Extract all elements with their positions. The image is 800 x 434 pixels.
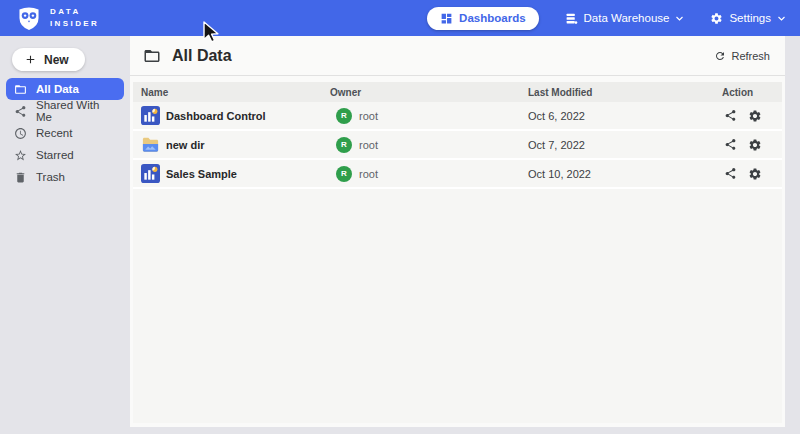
column-header-name: Name — [141, 87, 330, 98]
file-name: new dir — [166, 139, 205, 151]
file-name: Sales Sample — [166, 168, 237, 180]
mouse-cursor — [201, 21, 220, 45]
page-title: All Data — [172, 47, 714, 65]
brand-line1: DATA — [50, 6, 99, 18]
share-icon[interactable] — [724, 167, 737, 180]
brand: DATA INSIDER — [16, 5, 99, 31]
nav-settings-button[interactable]: Settings — [710, 12, 786, 25]
sidebar-item-shared-with-me[interactable]: Shared With Me — [6, 100, 124, 122]
gear-icon[interactable] — [748, 167, 762, 181]
chevron-down-icon — [675, 14, 684, 23]
new-button[interactable]: New — [12, 48, 85, 71]
share-icon[interactable] — [724, 138, 737, 151]
chevron-down-icon — [777, 14, 786, 23]
clock-icon — [14, 127, 27, 140]
sidebar-item-label: All Data — [36, 83, 79, 95]
nav-dashboards-button[interactable]: Dashboards — [427, 7, 538, 30]
nav-data-warehouse-label: Data Warehouse — [584, 12, 670, 24]
folder-file-icon — [141, 135, 160, 154]
dashboard-file-icon — [141, 164, 160, 183]
sidebar-item-all-data[interactable]: All Data — [6, 78, 124, 100]
sidebar: New All Data Shared With Me Recent Starr… — [0, 36, 130, 434]
owner-name: root — [359, 110, 378, 122]
column-header-action: Action — [722, 87, 782, 98]
trash-icon — [14, 171, 27, 184]
main-header: All Data Refresh — [130, 36, 785, 76]
folder-icon — [143, 47, 161, 65]
star-icon — [14, 149, 27, 162]
sidebar-item-recent[interactable]: Recent — [6, 122, 124, 144]
owner-avatar: R — [336, 166, 352, 182]
last-modified-date: Oct 7, 2022 — [528, 139, 722, 151]
file-name: Dashboard Control — [166, 110, 266, 122]
nav-settings-label: Settings — [729, 12, 771, 24]
owl-logo-icon — [16, 5, 42, 31]
gear-icon[interactable] — [748, 138, 762, 152]
sidebar-item-label: Trash — [36, 171, 65, 183]
database-icon — [565, 12, 578, 25]
refresh-icon — [714, 50, 726, 62]
dashboard-icon — [440, 12, 453, 25]
sidebar-item-starred[interactable]: Starred — [6, 144, 124, 166]
main-panel: All Data Refresh Name Owner Last Modifie… — [130, 36, 785, 427]
table-row[interactable]: Sales Sample R root Oct 10, 2022 — [133, 160, 782, 189]
refresh-button[interactable]: Refresh — [714, 50, 770, 62]
new-button-label: New — [44, 53, 69, 67]
brand-line2: INSIDER — [50, 18, 99, 30]
sidebar-item-label: Recent — [36, 127, 72, 139]
last-modified-date: Oct 10, 2022 — [528, 168, 722, 180]
owner-avatar: R — [336, 108, 352, 124]
refresh-label: Refresh — [731, 50, 770, 62]
file-table: Name Owner Last Modified Action Dashboar… — [133, 82, 782, 423]
top-nav: Dashboards Data Warehouse — [427, 7, 786, 30]
sidebar-item-label: Starred — [36, 149, 74, 161]
dashboard-file-icon — [141, 106, 160, 125]
gear-icon — [710, 12, 723, 25]
plus-icon — [24, 53, 37, 66]
sidebar-item-trash[interactable]: Trash — [6, 166, 124, 188]
table-row[interactable]: Dashboard Control R root Oct 6, 2022 — [133, 102, 782, 131]
table-header-row: Name Owner Last Modified Action — [133, 82, 782, 102]
gear-icon[interactable] — [748, 109, 762, 123]
nav-dashboards-label: Dashboards — [459, 12, 525, 24]
last-modified-date: Oct 6, 2022 — [528, 110, 722, 122]
column-header-last-modified: Last Modified — [528, 87, 722, 98]
table-row[interactable]: new dir R root Oct 7, 2022 — [133, 131, 782, 160]
sidebar-item-label: Shared With Me — [36, 99, 116, 123]
share-icon[interactable] — [724, 109, 737, 122]
column-header-owner: Owner — [330, 87, 528, 98]
owner-name: root — [359, 168, 378, 180]
folder-icon — [14, 83, 27, 96]
owner-name: root — [359, 139, 378, 151]
brand-name: DATA INSIDER — [50, 6, 99, 30]
share-icon — [14, 105, 27, 118]
nav-data-warehouse-button[interactable]: Data Warehouse — [565, 12, 685, 25]
owner-avatar: R — [336, 137, 352, 153]
top-bar: DATA INSIDER Dashboards Data Wareho — [0, 0, 800, 36]
